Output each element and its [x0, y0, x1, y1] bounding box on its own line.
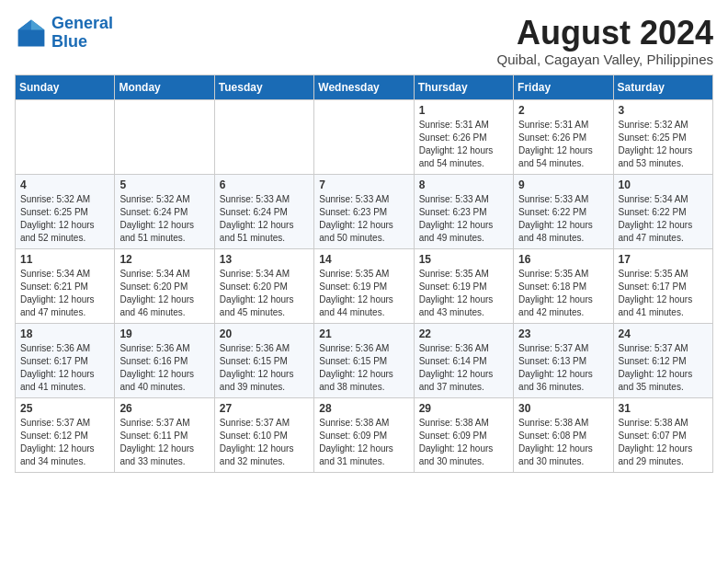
day-info: Sunrise: 5:31 AM Sunset: 6:26 PM Dayligh…: [419, 119, 508, 170]
day-number: 26: [119, 402, 209, 415]
day-number: 20: [220, 327, 309, 340]
day-info: Sunrise: 5:37 AM Sunset: 6:11 PM Dayligh…: [119, 417, 209, 468]
day-info: Sunrise: 5:38 AM Sunset: 6:09 PM Dayligh…: [319, 417, 408, 468]
calendar-cell: 3Sunrise: 5:32 AM Sunset: 6:25 PM Daylig…: [613, 99, 712, 174]
day-info: Sunrise: 5:34 AM Sunset: 6:20 PM Dayligh…: [119, 268, 209, 319]
day-number: 17: [619, 253, 708, 266]
day-info: Sunrise: 5:33 AM Sunset: 6:23 PM Dayligh…: [419, 193, 508, 245]
calendar-cell: [115, 99, 214, 174]
calendar-cell: 2Sunrise: 5:31 AM Sunset: 6:26 PM Daylig…: [514, 99, 613, 174]
calendar-cell: 25Sunrise: 5:37 AM Sunset: 6:12 PM Dayli…: [16, 397, 115, 472]
day-header-saturday: Saturday: [613, 75, 712, 99]
calendar-week-5: 25Sunrise: 5:37 AM Sunset: 6:12 PM Dayli…: [16, 397, 713, 472]
calendar-cell: 5Sunrise: 5:32 AM Sunset: 6:24 PM Daylig…: [115, 174, 214, 248]
day-info: Sunrise: 5:36 AM Sunset: 6:17 PM Dayligh…: [20, 342, 109, 394]
day-number: 18: [20, 327, 109, 340]
day-number: 28: [319, 402, 408, 415]
calendar-cell: 12Sunrise: 5:34 AM Sunset: 6:20 PM Dayli…: [115, 248, 214, 323]
calendar-week-3: 11Sunrise: 5:34 AM Sunset: 6:21 PM Dayli…: [16, 248, 713, 323]
day-info: Sunrise: 5:31 AM Sunset: 6:26 PM Dayligh…: [518, 119, 608, 170]
day-number: 5: [119, 178, 209, 191]
day-number: 15: [419, 253, 508, 266]
day-info: Sunrise: 5:35 AM Sunset: 6:17 PM Dayligh…: [619, 268, 708, 319]
day-number: 14: [319, 253, 408, 266]
calendar-cell: 17Sunrise: 5:35 AM Sunset: 6:17 PM Dayli…: [613, 248, 712, 323]
calendar-table: SundayMondayTuesdayWednesdayThursdayFrid…: [15, 75, 713, 473]
title-section: August 2024 Quibal, Cagayan Valley, Phil…: [497, 15, 713, 67]
day-info: Sunrise: 5:38 AM Sunset: 6:07 PM Dayligh…: [619, 417, 708, 468]
calendar-week-1: 1Sunrise: 5:31 AM Sunset: 6:26 PM Daylig…: [16, 99, 713, 174]
day-number: 21: [319, 327, 408, 340]
day-number: 1: [419, 104, 508, 117]
calendar-cell: 14Sunrise: 5:35 AM Sunset: 6:19 PM Dayli…: [314, 248, 414, 323]
calendar-cell: [214, 99, 313, 174]
day-info: Sunrise: 5:37 AM Sunset: 6:13 PM Dayligh…: [518, 342, 608, 394]
day-number: 29: [419, 402, 508, 415]
day-info: Sunrise: 5:36 AM Sunset: 6:16 PM Dayligh…: [119, 342, 209, 394]
calendar-cell: 1Sunrise: 5:31 AM Sunset: 6:26 PM Daylig…: [414, 99, 513, 174]
calendar-cell: [314, 99, 414, 174]
day-info: Sunrise: 5:38 AM Sunset: 6:08 PM Dayligh…: [518, 417, 608, 468]
logo-icon: [15, 17, 48, 50]
day-info: Sunrise: 5:33 AM Sunset: 6:24 PM Dayligh…: [220, 193, 309, 245]
day-number: 19: [119, 327, 209, 340]
day-number: 22: [419, 327, 508, 340]
day-number: 3: [619, 104, 708, 117]
day-header-monday: Monday: [115, 75, 214, 99]
day-number: 4: [20, 178, 109, 191]
page-header: General Blue August 2024 Quibal, Cagayan…: [15, 15, 713, 67]
day-number: 31: [619, 402, 708, 415]
day-number: 7: [319, 178, 408, 191]
day-info: Sunrise: 5:33 AM Sunset: 6:22 PM Dayligh…: [518, 193, 608, 245]
calendar-body: 1Sunrise: 5:31 AM Sunset: 6:26 PM Daylig…: [16, 99, 713, 472]
main-title: August 2024: [497, 15, 713, 52]
calendar-cell: 4Sunrise: 5:32 AM Sunset: 6:25 PM Daylig…: [16, 174, 115, 248]
calendar-cell: 24Sunrise: 5:37 AM Sunset: 6:12 PM Dayli…: [613, 323, 712, 397]
logo-line1: General: [51, 14, 113, 32]
day-info: Sunrise: 5:36 AM Sunset: 6:15 PM Dayligh…: [220, 342, 309, 394]
day-number: 25: [20, 402, 109, 415]
day-header-thursday: Thursday: [414, 75, 513, 99]
day-info: Sunrise: 5:34 AM Sunset: 6:22 PM Dayligh…: [619, 193, 708, 245]
day-header-friday: Friday: [514, 75, 613, 99]
calendar-cell: 6Sunrise: 5:33 AM Sunset: 6:24 PM Daylig…: [214, 174, 313, 248]
day-info: Sunrise: 5:32 AM Sunset: 6:24 PM Dayligh…: [119, 193, 209, 245]
calendar-cell: 30Sunrise: 5:38 AM Sunset: 6:08 PM Dayli…: [514, 397, 613, 472]
day-info: Sunrise: 5:37 AM Sunset: 6:12 PM Dayligh…: [20, 417, 109, 468]
calendar-cell: 31Sunrise: 5:38 AM Sunset: 6:07 PM Dayli…: [613, 397, 712, 472]
day-number: 16: [518, 253, 608, 266]
day-number: 2: [518, 104, 608, 117]
subtitle: Quibal, Cagayan Valley, Philippines: [497, 52, 713, 67]
day-info: Sunrise: 5:38 AM Sunset: 6:09 PM Dayligh…: [419, 417, 508, 468]
calendar-cell: 8Sunrise: 5:33 AM Sunset: 6:23 PM Daylig…: [414, 174, 513, 248]
day-info: Sunrise: 5:33 AM Sunset: 6:23 PM Dayligh…: [319, 193, 408, 245]
day-number: 24: [619, 327, 708, 340]
calendar-cell: 13Sunrise: 5:34 AM Sunset: 6:20 PM Dayli…: [214, 248, 313, 323]
calendar-cell: 9Sunrise: 5:33 AM Sunset: 6:22 PM Daylig…: [514, 174, 613, 248]
day-header-tuesday: Tuesday: [214, 75, 313, 99]
calendar-cell: 29Sunrise: 5:38 AM Sunset: 6:09 PM Dayli…: [414, 397, 513, 472]
day-info: Sunrise: 5:35 AM Sunset: 6:19 PM Dayligh…: [319, 268, 408, 319]
calendar-cell: 22Sunrise: 5:36 AM Sunset: 6:14 PM Dayli…: [414, 323, 513, 397]
calendar-cell: 20Sunrise: 5:36 AM Sunset: 6:15 PM Dayli…: [214, 323, 313, 397]
calendar-week-4: 18Sunrise: 5:36 AM Sunset: 6:17 PM Dayli…: [16, 323, 713, 397]
calendar-cell: 23Sunrise: 5:37 AM Sunset: 6:13 PM Dayli…: [514, 323, 613, 397]
calendar-cell: 28Sunrise: 5:38 AM Sunset: 6:09 PM Dayli…: [314, 397, 414, 472]
calendar-cell: 16Sunrise: 5:35 AM Sunset: 6:18 PM Dayli…: [514, 248, 613, 323]
day-info: Sunrise: 5:34 AM Sunset: 6:20 PM Dayligh…: [220, 268, 309, 319]
day-info: Sunrise: 5:32 AM Sunset: 6:25 PM Dayligh…: [20, 193, 109, 245]
day-info: Sunrise: 5:34 AM Sunset: 6:21 PM Dayligh…: [20, 268, 109, 319]
day-number: 12: [119, 253, 209, 266]
day-number: 27: [220, 402, 309, 415]
day-info: Sunrise: 5:36 AM Sunset: 6:14 PM Dayligh…: [419, 342, 508, 394]
day-info: Sunrise: 5:37 AM Sunset: 6:12 PM Dayligh…: [619, 342, 708, 394]
days-header-row: SundayMondayTuesdayWednesdayThursdayFrid…: [16, 75, 713, 99]
calendar-cell: [16, 99, 115, 174]
calendar-cell: 26Sunrise: 5:37 AM Sunset: 6:11 PM Dayli…: [115, 397, 214, 472]
calendar-cell: 27Sunrise: 5:37 AM Sunset: 6:10 PM Dayli…: [214, 397, 313, 472]
logo-line2: Blue: [51, 32, 87, 51]
calendar-cell: 21Sunrise: 5:36 AM Sunset: 6:15 PM Dayli…: [314, 323, 414, 397]
day-number: 23: [518, 327, 608, 340]
svg-marker-1: [31, 19, 44, 29]
calendar-cell: 10Sunrise: 5:34 AM Sunset: 6:22 PM Dayli…: [613, 174, 712, 248]
